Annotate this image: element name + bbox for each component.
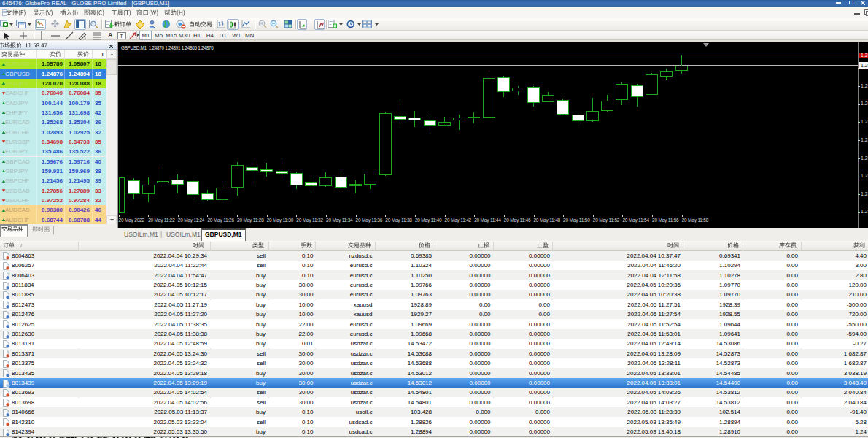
svg-text:T: T bbox=[120, 33, 123, 39]
